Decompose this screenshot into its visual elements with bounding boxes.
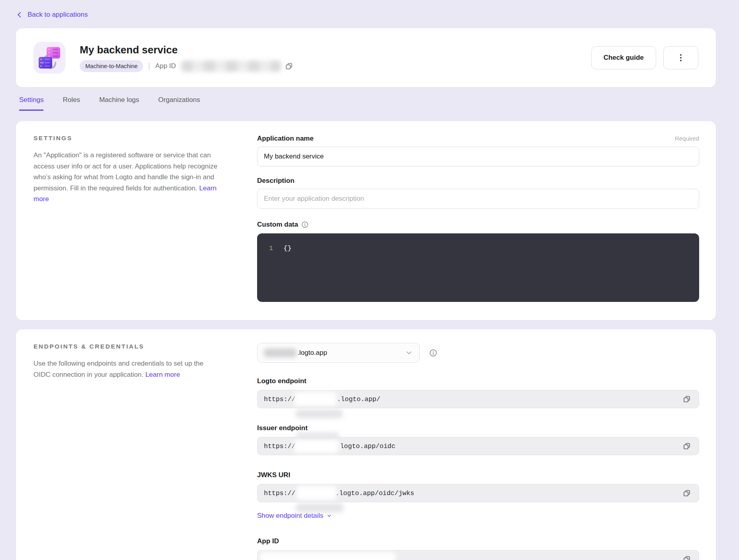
tab-organizations[interactable]: Organizations [158,96,200,111]
app-type-badge: Machine-to-Machine [80,60,143,72]
editor-line-number: 1 [257,244,273,253]
redacted-app-id [260,552,395,560]
copy-logto-endpoint-button[interactable] [681,394,692,405]
domain-select[interactable]: .logto.app [257,343,420,363]
copy-icon [683,395,691,403]
description-label: Description [257,177,295,185]
copy-icon [683,555,691,560]
endpoint-suffix: logto.app/oidc [340,443,395,450]
copy-icon [683,442,691,450]
app-id-label: App ID [155,62,176,70]
required-label: Required [675,135,699,142]
settings-card: SETTINGS An "Application" is a registere… [16,121,716,320]
chevron-down-icon [405,349,413,357]
page: Back to applications [16,0,716,560]
editor-code: {} [283,244,291,253]
back-link-label: Back to applications [28,11,88,19]
more-actions-button[interactable] [663,46,698,69]
copy-icon [683,489,691,497]
redacted-subdomain [294,392,336,406]
settings-section-description: An "Application" is a registered softwar… [33,150,221,205]
endpoint-prefix: https:// [264,490,295,497]
endpoints-section-heading: ENDPOINTS & CREDENTIALS [33,343,221,350]
redacted-smudge [296,503,344,512]
copy-icon [285,62,293,70]
issuer-endpoint-label: Issuer endpoint [257,424,699,432]
show-details-label: Show endpoint details [257,512,323,520]
endpoint-prefix: https:// [264,396,295,403]
domain-select-value: .logto.app [297,349,327,357]
redacted-smudge [296,433,340,438]
endpoints-section-description: Use the following endpoints and credenti… [33,358,221,380]
chevron-down-icon [326,513,332,519]
chevron-left-icon [16,11,23,18]
settings-section-heading: SETTINGS [33,135,221,142]
endpoint-suffix: .logto.app/oidc/jwks [335,490,414,497]
kebab-icon [677,53,685,62]
endpoints-credentials-card: ENDPOINTS & CREDENTIALS Use the followin… [16,329,716,560]
issuer-endpoint-field: https:// logto.app/oidc [257,437,699,455]
tab-machine-logs[interactable]: Machine logs [99,96,139,111]
copy-app-id-field-button[interactable] [681,554,692,560]
copy-app-id-button[interactable] [283,61,295,72]
app-title: My backend service [80,43,295,56]
endpoint-suffix: .logto.app/ [337,396,380,403]
info-icon[interactable] [429,349,437,357]
application-header-card: My backend service Machine-to-Machine Ap… [16,28,716,87]
logto-endpoint-label: Logto endpoint [257,377,699,385]
endpoints-learn-more-link[interactable]: Learn more [145,371,180,378]
tab-roles[interactable]: Roles [63,96,80,111]
back-to-applications-link[interactable]: Back to applications [16,0,88,19]
copy-jwks-uri-button[interactable] [681,488,692,499]
show-endpoint-details-link[interactable]: Show endpoint details [257,512,332,520]
domain-redacted-prefix [264,349,297,357]
application-name-input[interactable] [257,147,699,166]
custom-data-code-editor[interactable]: 1 {} [257,233,699,302]
logto-endpoint-field: https:// .logto.app/ [257,390,699,408]
jwks-uri-label: JWKS URI [257,471,699,479]
redacted-subdomain [297,486,336,500]
redacted-subdomain [294,439,339,453]
settings-description-text: An "Application" is a registered softwar… [33,151,217,192]
app-id-field [257,550,699,560]
divider [149,63,149,70]
app-id-field-label: App ID [257,537,699,545]
copy-issuer-endpoint-button[interactable] [681,441,692,452]
custom-data-label: Custom data [257,221,298,229]
description-input[interactable] [257,189,699,209]
app-id-redacted-value [181,61,281,72]
redacted-smudge [296,409,343,418]
check-guide-button[interactable]: Check guide [591,46,656,69]
tab-bar: Settings Roles Machine logs Organization… [16,96,716,114]
tab-settings[interactable]: Settings [19,96,43,111]
jwks-uri-field: https:// .logto.app/oidc/jwks [257,484,699,502]
info-icon[interactable] [301,221,309,228]
machine-to-machine-app-icon [33,42,65,74]
endpoint-prefix: https:// [264,443,295,450]
application-name-label: Application name [257,135,314,143]
